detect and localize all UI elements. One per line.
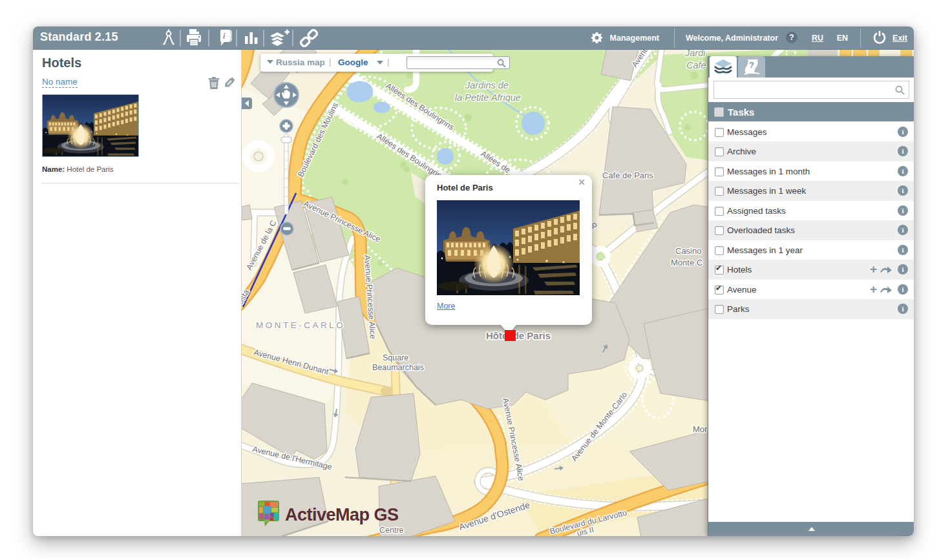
svg-text:Hôtel de Paris: Hôtel de Paris [486, 330, 551, 341]
svg-text:Casino: Casino [675, 246, 701, 256]
svg-text:Mor: Mor [693, 424, 708, 434]
svg-text:Jardi: Jardi [684, 50, 706, 58]
svg-text:la Petite Afrique: la Petite Afrique [455, 92, 521, 103]
svg-text:Centre: Centre [379, 526, 404, 535]
svg-text:MONTE-CARLO: MONTE-CARLO [256, 320, 345, 330]
svg-text:Square: Square [383, 353, 408, 362]
svg-text:?: ? [749, 60, 754, 70]
svg-text:Beaumarchais: Beaumarchais [372, 363, 424, 372]
svg-text:Monte C: Monte C [671, 258, 702, 267]
svg-text:Jardins de: Jardins de [465, 80, 509, 90]
svg-text:Cafe de Paris: Cafe de Paris [602, 171, 653, 180]
